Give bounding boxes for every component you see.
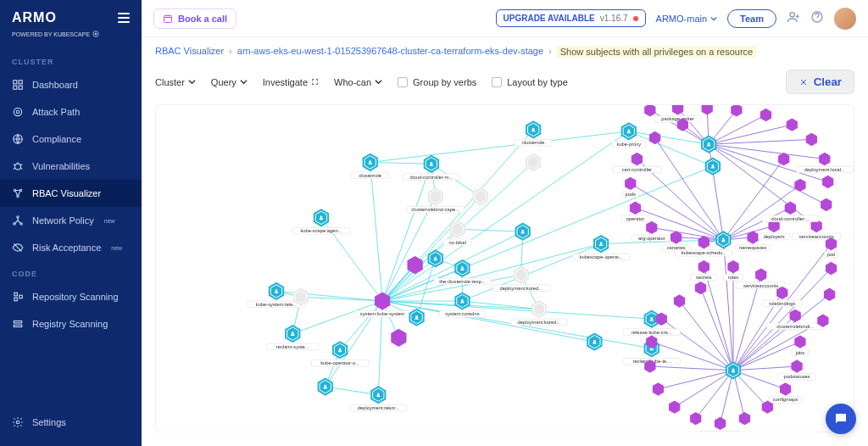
svg-rect-23: [164, 15, 172, 22]
team-button[interactable]: Team: [727, 9, 776, 28]
svg-line-85: [655, 138, 724, 240]
svg-text:kube-proxy: kube-proxy: [617, 142, 642, 147]
svg-marker-254: [760, 109, 771, 121]
svg-line-55: [370, 162, 431, 164]
menu-toggle-icon[interactable]: [118, 13, 130, 23]
sidebar-item-label: Registry Scanning: [32, 319, 108, 329]
rbac-graph-canvas[interactable]: system:kube-systemclusterrolecloud-contr…: [155, 104, 854, 432]
svg-line-112: [652, 342, 733, 371]
svg-marker-337: [824, 288, 835, 301]
svg-line-110: [658, 371, 733, 389]
svg-marker-256: [806, 133, 817, 146]
svg-marker-252: [702, 105, 713, 115]
sidebar-item-label: Settings: [32, 417, 66, 427]
svg-rect-5: [19, 86, 22, 89]
svg-rect-17: [14, 293, 18, 296]
checkbox-icon: [492, 77, 502, 87]
sidebar-item-repo-scanning[interactable]: Repository Scanning: [0, 283, 142, 310]
svg-marker-327: [653, 382, 664, 395]
svg-text:kubescape-operat...: kubescape-operat...: [580, 254, 623, 259]
registry-icon: [12, 318, 24, 330]
sidebar-item-label: Dashboard: [32, 80, 78, 90]
cluster-dropdown[interactable]: Cluster: [155, 77, 196, 87]
svg-text:package-getter: package-getter: [661, 116, 694, 121]
svg-text:clusterrole: clusterrole: [359, 173, 381, 178]
group-by-verbs-checkbox[interactable]: Group by verbs: [398, 77, 476, 87]
graph-toolbar: Cluster Query Investigate Who-can Group …: [142, 66, 868, 104]
svg-text:cloud-controller:...: cloud-controller:...: [771, 216, 810, 221]
chevron-down-icon: [375, 78, 382, 86]
svg-point-13: [17, 216, 19, 218]
svg-rect-2: [14, 81, 17, 84]
book-call-button[interactable]: Book a call: [153, 8, 236, 29]
svg-line-97: [704, 267, 733, 371]
svg-line-78: [709, 125, 792, 144]
repo-icon: [12, 291, 24, 303]
svg-text:cert-controller: cert-controller: [622, 167, 652, 172]
svg-line-26: [370, 162, 382, 301]
svg-marker-311: [794, 335, 805, 348]
svg-marker-322: [715, 417, 726, 430]
svg-line-109: [675, 371, 733, 407]
sidebar-item-vulnerabilities[interactable]: Vulnerabilities: [0, 153, 142, 180]
sidebar-section-cluster: CLUSTER: [0, 49, 142, 71]
sidebar-item-risk-acceptance[interactable]: Risk Acceptancenew: [0, 234, 142, 261]
sidebar-item-settings[interactable]: Settings: [0, 409, 142, 436]
svg-text:arg-operator: arg-operator: [638, 236, 665, 241]
graph-icon: [12, 187, 24, 199]
svg-marker-255: [787, 118, 798, 131]
svg-marker-294: [794, 179, 805, 192]
svg-marker-317: [780, 382, 791, 395]
svg-text:pods: pods: [625, 192, 636, 197]
svg-text:release:kube-cra...: release:kube-cra...: [632, 330, 672, 335]
svg-marker-267: [632, 153, 643, 165]
brand-tagline: POWERED BY KUBESCAPE: [0, 31, 142, 49]
whocan-dropdown[interactable]: Who-can: [334, 77, 382, 87]
svg-line-103: [733, 366, 797, 371]
sidebar-item-attack-path[interactable]: Attack Path: [0, 98, 142, 125]
svg-text:deployment:rekor...: deployment:rekor...: [358, 405, 399, 410]
upgrade-available-button[interactable]: UPGRADE AVAILABLE v1.16.7: [496, 9, 646, 27]
breadcrumb-root[interactable]: RBAC Visualizer: [155, 46, 224, 58]
svg-marker-261: [821, 198, 832, 211]
breadcrumb: RBAC Visualizer › arn-aws-eks-eu-west-1-…: [142, 37, 868, 66]
workspace-name: ARMO-main: [656, 14, 708, 24]
sidebar-item-label: Attack Path: [32, 107, 80, 117]
svg-text:the-clusterrole-resp...: the-clusterrole-resp...: [439, 279, 486, 284]
main-content: Book a call UPGRADE AVAILABLE v1.16.7 AR…: [142, 0, 868, 446]
svg-line-114: [679, 301, 733, 371]
svg-text:no-label: no-label: [448, 240, 466, 245]
svg-text:rolebindings: rolebindings: [769, 301, 795, 306]
sidebar-item-registry-scanning[interactable]: Registry Scanning: [0, 310, 142, 337]
layout-by-type-checkbox[interactable]: Layout by type: [492, 77, 568, 87]
svg-text:roles: roles: [728, 275, 739, 280]
sidebar-item-dashboard[interactable]: Dashboard: [0, 71, 142, 98]
svg-marker-296: [698, 260, 709, 273]
sidebar-item-rbac-visualizer[interactable]: RBAC Visualizer: [0, 180, 142, 207]
new-badge: new: [104, 218, 115, 224]
svg-point-7: [16, 110, 19, 114]
svg-line-82: [709, 144, 826, 204]
add-user-icon[interactable]: [787, 10, 800, 27]
sidebar-item-network-policy[interactable]: Network Policynew: [0, 207, 142, 234]
sidebar-item-compliance[interactable]: Compliance: [0, 125, 142, 153]
help-icon[interactable]: [810, 10, 824, 27]
calendar-icon: [163, 14, 173, 24]
investigate-button[interactable]: Investigate: [263, 77, 319, 87]
svg-marker-282: [698, 236, 709, 248]
sidebar-item-label: Network Policy: [32, 215, 94, 226]
book-call-label: Book a call: [178, 14, 227, 24]
query-dropdown[interactable]: Query: [211, 77, 248, 87]
sidebar-section-code: CODE: [0, 261, 142, 283]
svg-marker-266: [649, 131, 660, 144]
workspace-selector[interactable]: ARMO-main: [656, 14, 718, 24]
chat-icon: [833, 411, 849, 426]
svg-line-50: [382, 166, 713, 301]
clear-button[interactable]: Clear: [786, 70, 854, 94]
avatar[interactable]: [834, 8, 856, 30]
svg-line-31: [276, 291, 382, 301]
svg-text:podstatuses: podstatuses: [784, 374, 810, 379]
checkbox-icon: [398, 77, 408, 87]
breadcrumb-cluster[interactable]: arn-aws-eks-eu-west-1-015253967648-clust…: [237, 46, 543, 58]
chat-fab[interactable]: [826, 404, 856, 434]
